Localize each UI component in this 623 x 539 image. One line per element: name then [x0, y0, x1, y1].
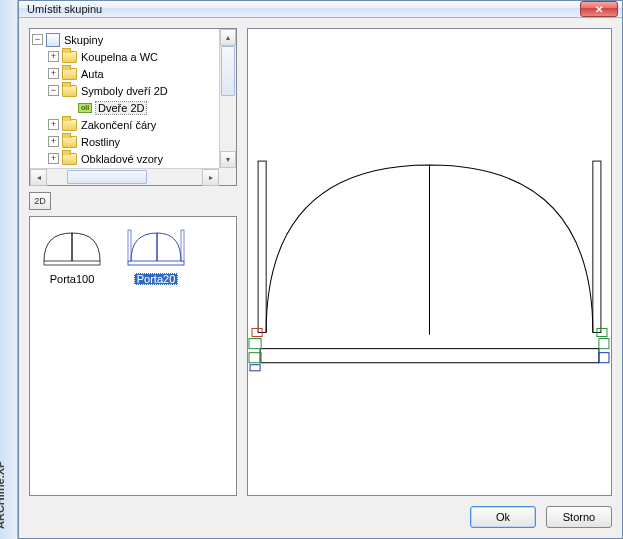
door-symbol-icon	[127, 227, 185, 267]
folder-icon	[62, 119, 77, 131]
folder-icon	[62, 51, 77, 63]
expand-icon[interactable]: +	[48, 153, 59, 164]
tree-vertical-scrollbar[interactable]: ▴ ▾	[219, 29, 236, 168]
tree-item-label: Rostliny	[81, 136, 120, 148]
collapse-icon[interactable]: −	[48, 85, 59, 96]
expand-icon[interactable]: +	[48, 51, 59, 62]
preview-panel[interactable]	[247, 28, 612, 496]
expand-icon[interactable]: +	[48, 68, 59, 79]
tree-root[interactable]: − Skupiny	[32, 31, 219, 48]
tree-item[interactable]: + Koupelna a WC	[32, 48, 219, 65]
tree-horizontal-scrollbar[interactable]: ◂ ▸	[30, 168, 219, 185]
thumbnail-label-selected: Porta20	[134, 273, 179, 285]
scroll-thumb[interactable]	[67, 170, 147, 184]
tree-item-label: Obkladové vzory	[81, 153, 163, 165]
scroll-up-icon[interactable]: ▴	[220, 29, 236, 46]
svg-rect-3	[181, 230, 184, 261]
door-symbol-icon	[43, 227, 101, 267]
svg-rect-13	[250, 365, 260, 371]
expand-icon[interactable]: +	[48, 136, 59, 147]
tree-item-label: Auta	[81, 68, 104, 80]
svg-rect-6	[260, 349, 599, 363]
close-button[interactable]: ✕	[580, 1, 618, 17]
titlebar[interactable]: Umístit skupinu ✕	[19, 1, 622, 18]
cancel-button[interactable]: Storno	[546, 506, 612, 528]
tab-2d[interactable]: 2D	[29, 192, 51, 210]
svg-rect-0	[44, 261, 100, 265]
svg-rect-4	[258, 161, 266, 332]
tree-item[interactable]: + Rostliny	[32, 133, 219, 150]
scroll-thumb[interactable]	[221, 46, 235, 96]
tree-body[interactable]: − Skupiny + Koupelna a WC	[32, 31, 219, 168]
collapse-icon[interactable]: −	[32, 34, 43, 45]
client-area: − Skupiny + Koupelna a WC	[19, 18, 622, 538]
svg-rect-2	[128, 230, 131, 261]
svg-rect-1	[128, 261, 184, 265]
folder-icon	[62, 136, 77, 148]
tree-panel: − Skupiny + Koupelna a WC	[29, 28, 237, 186]
tree-item[interactable]: + Auta	[32, 65, 219, 82]
brand-label: ARCHline.XP	[0, 461, 6, 529]
tree-item-label: Koupelna a WC	[81, 51, 158, 63]
app-side-strip	[0, 0, 18, 539]
folder-icon	[62, 68, 77, 80]
dialog-button-row: Ok Storno	[29, 496, 612, 528]
tree-item[interactable]: − Symboly dveří 2D	[32, 82, 219, 99]
folder-icon	[62, 85, 77, 97]
folder-icon	[62, 153, 77, 165]
tree-item-selected[interactable]: oli Dveře 2D	[32, 99, 219, 116]
thumbnail-porta100[interactable]: Porta100	[40, 227, 104, 285]
group-root-icon	[46, 33, 60, 47]
tree-item-label: Symboly dveří 2D	[81, 85, 168, 97]
tree-root-label: Skupiny	[64, 34, 103, 46]
scroll-down-icon[interactable]: ▾	[220, 151, 236, 168]
tree-item[interactable]: + Zakončení čáry	[32, 116, 219, 133]
tree-item-label: Dveře 2D	[96, 102, 146, 114]
svg-rect-8	[249, 339, 261, 349]
leaf-icon: oli	[78, 103, 92, 113]
dialog-window: Umístit skupinu ✕ − Skupiny	[18, 0, 623, 539]
tree-item-label: Zakončení čáry	[81, 119, 156, 131]
ok-button[interactable]: Ok	[470, 506, 536, 528]
scroll-right-icon[interactable]: ▸	[202, 169, 219, 186]
thumbnail-panel: Porta100 Porta20	[29, 216, 237, 496]
svg-rect-9	[249, 353, 261, 363]
expand-icon[interactable]: +	[48, 119, 59, 130]
door-preview-icon	[248, 29, 611, 495]
scroll-left-icon[interactable]: ◂	[30, 169, 47, 186]
svg-rect-5	[593, 161, 601, 332]
thumbnail-label: Porta100	[50, 273, 95, 285]
thumbnail-porta20[interactable]: Porta20	[124, 227, 188, 285]
tree-item[interactable]: + Obkladové vzory	[32, 150, 219, 167]
close-icon: ✕	[595, 4, 603, 15]
window-title: Umístit skupinu	[27, 3, 580, 15]
svg-rect-12	[599, 353, 609, 363]
svg-rect-11	[599, 339, 609, 349]
